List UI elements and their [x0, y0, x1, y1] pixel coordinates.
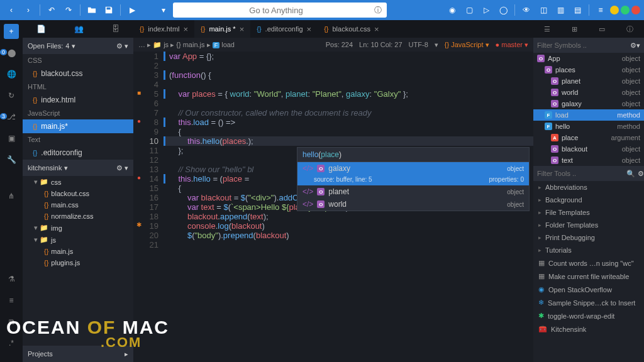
autocomplete-item[interactable]: </>Oworldobject [297, 198, 529, 211]
stop-icon[interactable]: ▢ [462, 3, 477, 18]
record-icon[interactable]: ◉ [445, 3, 460, 18]
symbol-item[interactable]: Otextobject [533, 155, 644, 166]
goto-search[interactable]: ⓘ [173, 3, 387, 18]
symbol-filter[interactable]: ⚙▾ [533, 38, 644, 53]
tool-item[interactable]: 🧰Kitchensink [533, 322, 644, 336]
refresh-icon[interactable]: ↻ [4, 88, 19, 103]
search-icon[interactable]: 🔍 [626, 170, 635, 178]
code-line[interactable]: 18 blackout.append(text); [133, 212, 533, 221]
tree-item[interactable]: {} normalize.css [23, 211, 133, 222]
tree-item[interactable]: ▾ 📁 css [23, 176, 133, 188]
gear-icon[interactable]: ⚙▾ [630, 41, 640, 50]
symbol-item[interactable]: Oblackoutobject [533, 143, 644, 155]
tree-item[interactable]: ▾ 📁 js [23, 234, 133, 246]
flask-icon[interactable]: ⚗ [4, 272, 19, 287]
circle-icon[interactable]: ◯ [496, 3, 511, 18]
symbol-item[interactable]: Aplaceargument [533, 132, 644, 143]
code-line[interactable]: 10 this.hello(places.); [133, 136, 533, 146]
symbol-item[interactable]: Floadmethod [533, 109, 644, 121]
symbol-item[interactable]: Oworldobject [533, 87, 644, 98]
code-line[interactable]: 9 { [133, 127, 533, 136]
play-icon[interactable]: ▷ [479, 3, 494, 18]
minimize-icon[interactable] [610, 6, 619, 14]
outline-tab-icon[interactable]: ⊞ [572, 25, 577, 33]
editor-tab[interactable]: {}index.html× [133, 20, 194, 38]
redo-button[interactable]: ↷ [61, 3, 76, 18]
code-line[interactable]: 20 $("body").prepend(blackout) [133, 231, 533, 240]
close-tab-icon[interactable]: × [240, 25, 245, 34]
language[interactable]: JavaScript [451, 41, 483, 48]
close-tab-icon[interactable]: × [307, 25, 312, 34]
editor-tab[interactable]: {}.editorconfig× [250, 20, 318, 38]
open-file-item[interactable]: {}index.html [23, 93, 133, 107]
tool-item[interactable]: ▦Make current file writeable [533, 270, 644, 283]
tree-item[interactable]: {} main.js [23, 246, 133, 257]
autocomplete-item[interactable]: </>Ogalaxyobject [297, 162, 529, 175]
undo-button[interactable]: ↶ [44, 3, 59, 18]
gear-icon[interactable]: ⚙ ▾ [116, 164, 128, 172]
back-button[interactable]: ‹ [4, 3, 19, 18]
debug-icon[interactable]: ⬤0 [4, 45, 19, 60]
vcs-icon[interactable]: ⎇3 [4, 109, 19, 124]
menu-icon[interactable]: ≡ [593, 3, 608, 18]
files-tab-icon[interactable]: 📄 [36, 25, 46, 33]
editor-tab[interactable]: {}blackout.css× [318, 20, 385, 38]
database-icon[interactable]: ≡ [4, 293, 19, 308]
code-line[interactable]: 6 [133, 99, 533, 108]
code-line[interactable]: 21 [133, 240, 533, 250]
code-line[interactable]: 2 [133, 61, 533, 70]
symbol-item[interactable]: Ogalaxyobject [533, 98, 644, 109]
share-icon[interactable]: ⋔ [4, 189, 19, 204]
tools-filter[interactable]: 🔍 ⚙▾ [533, 166, 644, 181]
symbol-item[interactable]: OAppobject [533, 53, 644, 64]
run-button[interactable]: ▶ [125, 3, 140, 18]
tool-category[interactable]: ▸Tutorials [533, 244, 644, 256]
open-file-item[interactable]: {}blackout.css [23, 67, 133, 80]
tool-item[interactable]: ◉Open StackOverflow [533, 283, 644, 296]
code-line[interactable]: 1var App = {}; [133, 52, 533, 61]
tool-category[interactable]: ▸Abbreviations [533, 181, 644, 194]
tree-item[interactable]: {} plugins.js [23, 257, 133, 268]
gear-icon[interactable]: ⚙▾ [638, 170, 644, 178]
tool-item[interactable]: ✱toggle-word-wrap-edit [533, 309, 644, 322]
panel-icon[interactable]: ▥ [553, 3, 568, 18]
maximize-icon[interactable] [621, 6, 630, 14]
editor-tab[interactable]: {}main.js *× [194, 20, 250, 38]
new-file-icon[interactable]: + [4, 24, 19, 39]
code-line[interactable]: 3(function() { [133, 70, 533, 80]
symbol-item[interactable]: Oplanetobject [533, 75, 644, 87]
tool-category[interactable]: ▸Folder Templates [533, 219, 644, 231]
db-tab-icon[interactable]: 🗄 [112, 25, 119, 33]
close-tab-icon[interactable]: × [184, 25, 189, 34]
layout-icon[interactable]: ◫ [536, 3, 551, 18]
minimap-tab-icon[interactable]: ▭ [599, 25, 605, 33]
globe-icon[interactable]: 🌐 [4, 67, 19, 82]
users-tab-icon[interactable]: 👥 [74, 25, 84, 33]
forward-button[interactable]: › [21, 3, 36, 18]
close-tab-icon[interactable]: × [374, 25, 379, 34]
gear-icon[interactable]: ⚙ ▾ [116, 42, 128, 50]
code-line[interactable]: ■5 var places = { world: "World", planet… [133, 89, 533, 99]
tool-category[interactable]: ▸File Templates [533, 206, 644, 219]
autocomplete-item[interactable]: </>Oplanetobject [297, 185, 529, 198]
tree-item[interactable]: {} blackout.css [23, 188, 133, 199]
tools-icon[interactable]: 🔧 [4, 152, 19, 167]
bookmark-icon[interactable]: ▣ [4, 131, 19, 146]
open-folder-button[interactable] [84, 3, 99, 18]
tool-item[interactable]: ❄Sample Snippe…ck to Insert [533, 296, 644, 309]
tree-item[interactable]: {} main.css [23, 199, 133, 211]
project-header[interactable]: kitchensink▾ ⚙ ▾ [23, 160, 133, 176]
projects-footer[interactable]: Projects▸ [23, 346, 133, 362]
tool-category[interactable]: ▸Background [533, 194, 644, 206]
side-icon[interactable]: ▤ [570, 3, 585, 18]
symbol-item[interactable]: Fhellomethod [533, 121, 644, 132]
save-button[interactable] [101, 3, 116, 18]
tree-item[interactable]: ▾ 📁 img [23, 222, 133, 234]
code-line[interactable]: ●8 this.load = () => [133, 118, 533, 127]
open-file-item[interactable]: {}main.js* [23, 119, 133, 133]
autocomplete-popup[interactable]: hello(place) </>Ogalaxyobjectsource: buf… [297, 147, 530, 211]
encoding[interactable]: UTF-8 [409, 41, 428, 49]
code-line[interactable]: 7 // Our constructor, called when the do… [133, 108, 533, 118]
info-tab-icon[interactable]: ⓘ [626, 25, 633, 34]
regex-icon[interactable]: .* [4, 336, 19, 351]
